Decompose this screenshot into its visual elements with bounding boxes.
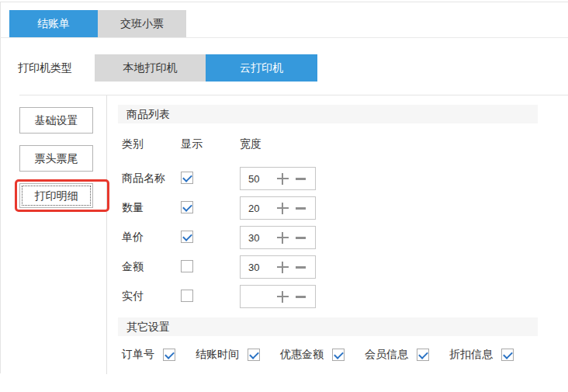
setting-label: 优惠金额 xyxy=(280,348,324,362)
setting-discount-info: 折扣信息 xyxy=(449,348,514,362)
printer-settings-panel: 结账单 交班小票 打印机类型 本地打印机 云打印机 基础设置 票头票尾 打印明细… xyxy=(0,0,568,392)
product-row-name: 商品名称 xyxy=(122,167,538,190)
setting-member-info: 会员信息 xyxy=(365,348,429,362)
setting-discount-amount: 优惠金额 xyxy=(280,348,345,362)
other-settings-row: 订单号 结账时间 优惠金额 会员信息 折扣信息 xyxy=(122,348,538,362)
printer-type-toggle: 本地打印机 云打印机 xyxy=(95,54,317,82)
panel-top-border xyxy=(0,2,568,2)
width-stepper xyxy=(240,255,316,279)
row-label: 金额 xyxy=(122,260,181,274)
setting-order-number: 订单号 xyxy=(122,348,175,362)
width-input[interactable] xyxy=(241,203,277,214)
setting-checkbox[interactable] xyxy=(248,349,260,361)
product-row-amount: 金额 xyxy=(122,255,538,279)
product-list-section-header: 商品列表 xyxy=(118,105,538,123)
setting-checkbox[interactable] xyxy=(163,349,175,361)
minus-icon[interactable] xyxy=(296,232,306,244)
row-label: 数量 xyxy=(122,201,181,215)
width-input[interactable] xyxy=(241,291,277,303)
setting-label: 会员信息 xyxy=(365,348,408,362)
minus-icon[interactable] xyxy=(296,262,306,273)
other-settings-section-header: 其它设置 xyxy=(118,317,538,336)
show-checkbox[interactable] xyxy=(181,260,193,272)
setting-checkbox[interactable] xyxy=(501,349,514,361)
setting-label: 订单号 xyxy=(122,348,154,362)
plus-icon[interactable] xyxy=(277,232,289,244)
other-settings-title: 其它设置 xyxy=(126,321,170,333)
plus-icon[interactable] xyxy=(277,203,289,214)
width-stepper xyxy=(240,285,316,308)
setting-label: 结账时间 xyxy=(196,348,239,362)
tab-bar: 结账单 交班小票 xyxy=(9,10,186,37)
tab-strip-divider xyxy=(0,37,568,38)
row-label: 商品名称 xyxy=(122,172,181,186)
setting-checkbox[interactable] xyxy=(332,349,345,361)
width-stepper xyxy=(240,226,316,249)
setting-label: 折扣信息 xyxy=(449,348,493,362)
setting-checkbox[interactable] xyxy=(417,349,429,361)
setting-checkout-time: 结账时间 xyxy=(196,348,260,362)
minus-icon[interactable] xyxy=(296,173,306,185)
settings-content: 商品列表 类别 显示 宽度 商品名称 数量 单价 xyxy=(118,105,538,362)
cloud-printer-button[interactable]: 云打印机 xyxy=(206,54,317,82)
sidebar-divider xyxy=(106,95,107,374)
column-header-row: 类别 显示 宽度 xyxy=(122,137,538,151)
row-label: 单价 xyxy=(122,231,181,245)
sidebar-item-basic-settings[interactable]: 基础设置 xyxy=(19,107,93,134)
tab-checkout-bill[interactable]: 结账单 xyxy=(9,10,98,37)
plus-icon[interactable] xyxy=(277,262,289,273)
width-stepper xyxy=(240,196,316,220)
sidebar-item-print-details[interactable]: 打印明细 xyxy=(19,183,93,208)
width-stepper xyxy=(240,167,316,190)
product-list-title: 商品列表 xyxy=(126,108,170,120)
product-row-unit-price: 单价 xyxy=(122,226,538,249)
printer-type-label: 打印机类型 xyxy=(18,54,72,82)
width-input[interactable] xyxy=(241,173,277,185)
tab-shift-receipt[interactable]: 交班小票 xyxy=(98,10,186,37)
column-header-category: 类别 xyxy=(122,137,181,151)
width-input[interactable] xyxy=(241,262,277,273)
show-checkbox[interactable] xyxy=(181,201,193,213)
show-checkbox[interactable] xyxy=(181,231,193,243)
row-label: 实付 xyxy=(122,290,181,304)
plus-icon[interactable] xyxy=(277,173,289,185)
minus-icon[interactable] xyxy=(296,203,306,214)
plus-icon[interactable] xyxy=(277,291,289,303)
show-checkbox[interactable] xyxy=(181,172,193,184)
minus-icon[interactable] xyxy=(296,291,306,303)
panel-left-border xyxy=(0,2,1,373)
product-row-actual-paid: 实付 xyxy=(122,285,538,308)
width-input[interactable] xyxy=(241,232,277,244)
show-checkbox[interactable] xyxy=(181,290,193,302)
header-divider xyxy=(19,95,568,95)
local-printer-button[interactable]: 本地打印机 xyxy=(95,54,206,82)
column-header-width: 宽度 xyxy=(240,137,538,151)
product-row-quantity: 数量 xyxy=(122,196,538,220)
sidebar-item-ticket-header-footer[interactable]: 票头票尾 xyxy=(19,145,93,172)
column-header-show: 显示 xyxy=(181,137,240,151)
